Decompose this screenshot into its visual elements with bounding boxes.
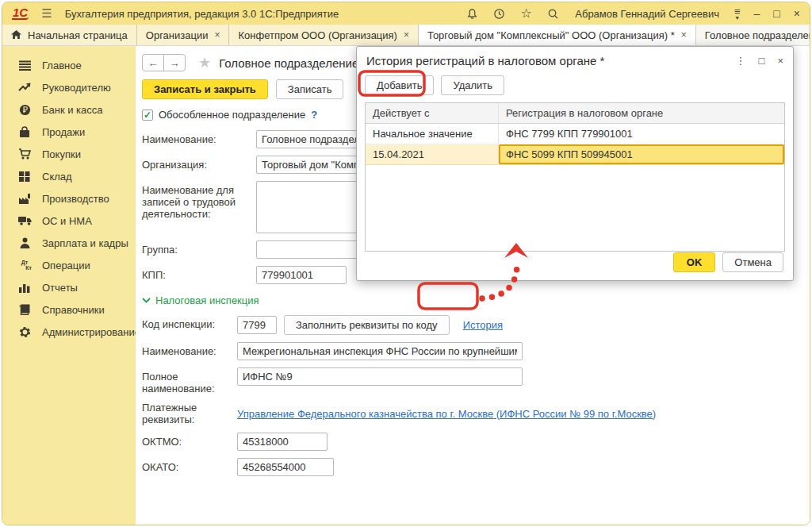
dialog-maximize-icon[interactable]: □ bbox=[759, 56, 765, 66]
table-row-selected[interactable]: 15.04.2021 ФНС 5099 КПП 509945001 bbox=[366, 144, 784, 165]
sidebar-item-pokupki[interactable]: Покупки bbox=[2, 143, 136, 165]
oktmo-label: ОКТМО: bbox=[142, 433, 237, 448]
main-menu-icon[interactable]: ☰ bbox=[41, 6, 52, 21]
bag-icon bbox=[17, 125, 32, 138]
sidebar-item-label: Покупки bbox=[42, 148, 81, 160]
kpp-input[interactable] bbox=[256, 266, 347, 284]
sidebar-item-label: Продажи bbox=[42, 126, 85, 138]
oktmo-input[interactable] bbox=[237, 433, 327, 451]
sidebar-item-label: Главное bbox=[42, 60, 82, 71]
dialog-more-icon[interactable]: ⋮ bbox=[736, 56, 746, 66]
sidebar-item-administrirovanie[interactable]: Администрирование bbox=[2, 321, 136, 343]
inspection-full-name-input[interactable] bbox=[237, 367, 523, 386]
sidebar-item-zarplata-kadry[interactable]: Зарплата и кадры bbox=[2, 232, 136, 254]
sidebar-item-label: Банк и касса bbox=[42, 104, 103, 116]
current-user[interactable]: Абрамов Геннадий Сергеевич bbox=[575, 8, 719, 20]
table-header-row: Действует с Регистрация в налоговом орга… bbox=[366, 103, 784, 124]
sidebar-item-os-nma[interactable]: ОС и НМА bbox=[2, 210, 136, 232]
close-button[interactable]: × bbox=[794, 8, 800, 19]
help-question-link[interactable]: ? bbox=[311, 109, 317, 121]
trend-icon bbox=[17, 81, 32, 94]
tab-torgovy-dom[interactable]: Торговый дом "Комплексный" ООО (Организа… bbox=[419, 25, 696, 45]
inspection-name-input[interactable] bbox=[237, 342, 523, 360]
sidebar-item-prodazhi[interactable]: Продажи bbox=[2, 121, 136, 143]
bar-chart-icon bbox=[17, 281, 32, 294]
cell-valid-from[interactable]: Начальное значение bbox=[366, 124, 499, 144]
history-link[interactable]: История bbox=[463, 319, 503, 331]
payment-requisites-label: Платежные реквизиты: bbox=[142, 402, 237, 425]
sidebar-item-otchety[interactable]: Отчеты bbox=[2, 276, 136, 298]
column-header-registration[interactable]: Регистрация в налоговом органе bbox=[499, 103, 784, 123]
okato-input[interactable] bbox=[237, 458, 334, 476]
sidebar-item-label: Склад bbox=[42, 171, 72, 183]
sidebar-item-label: ОС и НМА bbox=[42, 215, 92, 227]
cancel-button[interactable]: Отмена bbox=[722, 252, 783, 272]
sidebar-item-glavnoe[interactable]: Главное bbox=[2, 54, 136, 76]
tab-label: Начальная страница bbox=[28, 29, 128, 41]
sidebar-item-label: Справочники bbox=[42, 304, 105, 316]
favorites-star-icon[interactable]: ☆ bbox=[519, 7, 533, 21]
notifications-bell-icon[interactable] bbox=[465, 7, 479, 21]
ok-button[interactable]: OK bbox=[673, 252, 716, 272]
sidebar-item-operacii[interactable]: ДтКт Операции bbox=[2, 254, 136, 276]
factory-icon bbox=[17, 192, 32, 205]
save-button[interactable]: Записать bbox=[276, 79, 344, 99]
dialog-close-icon[interactable]: × bbox=[777, 56, 783, 66]
ruble-circle-icon bbox=[17, 103, 32, 116]
dialog-title: История регистраций в налоговом органе * bbox=[366, 54, 736, 67]
tab-bar: Начальная страница Организации × Конфетп… bbox=[2, 25, 810, 46]
cell-registration[interactable]: ФНС 5099 КПП 509945001 bbox=[499, 144, 784, 164]
history-clock-icon[interactable] bbox=[492, 7, 506, 21]
service-menu-icon[interactable]: ≡▼ bbox=[734, 8, 741, 20]
tab-label: Конфетпром ООО (Организация) bbox=[238, 29, 397, 41]
cell-registration[interactable]: ФНС 7799 КПП 779901001 bbox=[499, 124, 784, 144]
sidebar-item-bank-kassa[interactable]: Банк и касса bbox=[2, 98, 136, 121]
sidebar-item-rukovoditelyu[interactable]: Руководителю bbox=[2, 76, 136, 98]
name-field-label: Наименование: bbox=[142, 130, 256, 145]
tab-golovnoe-podrazdelenie[interactable]: Головное подразделение (Подразделение) × bbox=[696, 25, 810, 45]
sidebar-item-proizvodstvo[interactable]: Производство bbox=[2, 187, 136, 210]
chevron-down-icon bbox=[142, 298, 151, 303]
nav-back-button[interactable]: ← bbox=[142, 54, 164, 71]
tab-close-icon[interactable]: × bbox=[214, 29, 220, 40]
sidebar-item-label: Руководителю bbox=[42, 82, 111, 94]
sidebar-item-sklad[interactable]: Склад bbox=[2, 165, 136, 187]
sidebar-item-spravochniki[interactable]: Справочники bbox=[2, 298, 136, 321]
delete-button[interactable]: Удалить bbox=[441, 75, 504, 95]
1c-logo-icon: 1С bbox=[12, 7, 29, 20]
tab-home[interactable]: Начальная страница bbox=[2, 25, 137, 45]
tab-close-icon[interactable]: × bbox=[681, 29, 687, 40]
tab-close-icon[interactable]: × bbox=[404, 29, 409, 40]
search-icon[interactable] bbox=[546, 7, 560, 21]
app-title: Бухгалтерия предприятия, редакция 3.0 1С… bbox=[65, 8, 339, 20]
maximize-button[interactable]: □ bbox=[773, 8, 779, 19]
tax-inspection-section-toggle[interactable]: Налоговая инспекция bbox=[142, 294, 810, 306]
table-row[interactable]: Начальное значение ФНС 7799 КПП 77990100… bbox=[366, 124, 784, 144]
inspection-full-name-label: Полное наименование: bbox=[142, 367, 237, 394]
tab-organizations[interactable]: Организации × bbox=[137, 25, 230, 45]
tax-inspection-section-title: Налоговая инспекция bbox=[155, 294, 259, 306]
dt-kt-icon: ДтКт bbox=[17, 259, 32, 271]
sidebar-item-label: Отчеты bbox=[42, 282, 78, 294]
sidebar-item-label: Администрирование bbox=[42, 326, 140, 338]
tab-label: Головное подразделение (Подразделение) bbox=[705, 29, 810, 41]
payment-requisites-link[interactable]: Управление Федерального казначейства по … bbox=[237, 408, 656, 420]
nav-forward-button[interactable]: → bbox=[163, 54, 186, 71]
inspection-code-input[interactable] bbox=[237, 316, 277, 334]
favorite-star-icon[interactable]: ★ bbox=[198, 56, 211, 70]
add-button[interactable]: Добавить bbox=[365, 75, 434, 95]
sidebar-item-label: Производство bbox=[42, 193, 109, 205]
tab-label: Организации bbox=[146, 29, 209, 41]
column-header-valid-from[interactable]: Действует с bbox=[366, 103, 499, 123]
gear-icon bbox=[17, 325, 32, 338]
separate-division-checkbox[interactable]: ✓ bbox=[142, 110, 153, 121]
titlebar-actions: ☆ Абрамов Геннадий Сергеевич ≡▼ – □ × bbox=[465, 7, 800, 21]
minimize-button[interactable]: – bbox=[754, 8, 760, 19]
book-icon bbox=[17, 303, 32, 316]
save-and-close-button[interactable]: Записать и закрыть bbox=[142, 79, 268, 99]
grid-icon bbox=[17, 170, 32, 183]
fill-requisites-button[interactable]: Заполнить реквизиты по коду bbox=[284, 315, 450, 335]
cart-icon bbox=[17, 148, 32, 160]
tab-konfetprom[interactable]: Конфетпром ООО (Организация) × bbox=[229, 25, 419, 45]
cell-valid-from[interactable]: 15.04.2021 bbox=[366, 144, 499, 164]
